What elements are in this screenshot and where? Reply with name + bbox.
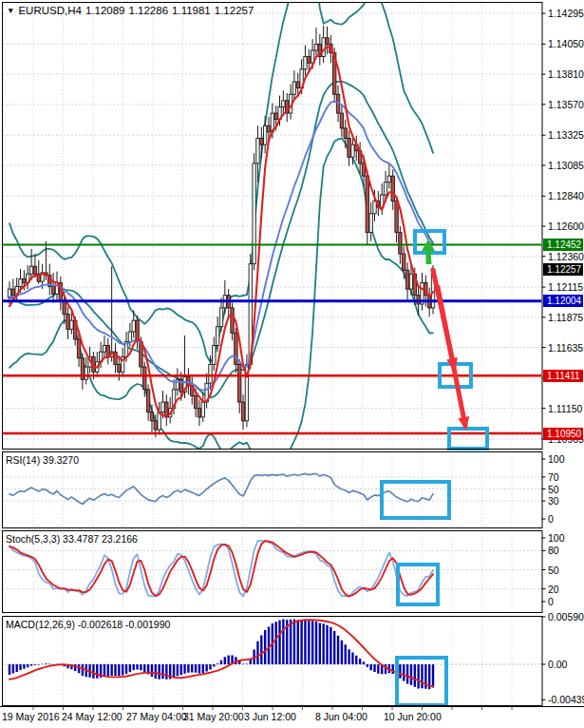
chart-canvas[interactable]: [0, 0, 584, 728]
mt4-chart-window: ▼EURUSD,H41.120891.122861.119811.12257 R…: [0, 0, 584, 728]
